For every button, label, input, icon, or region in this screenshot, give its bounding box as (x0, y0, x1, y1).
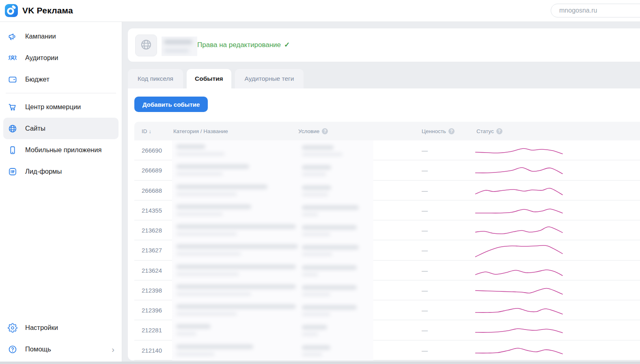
tab-events[interactable]: События (187, 69, 231, 88)
redacted-text (302, 153, 343, 156)
redacted-text (176, 272, 239, 276)
gear-icon (7, 323, 18, 333)
event-value: — (422, 320, 428, 340)
redacted-text (302, 233, 330, 236)
redacted-text (176, 352, 215, 356)
redacted-text (176, 212, 223, 216)
redacted-text (176, 205, 251, 209)
redacted-text (176, 244, 298, 249)
redacted-text (302, 165, 331, 170)
megaphone-icon (7, 31, 18, 42)
column-category-name: Категория / Название (173, 122, 228, 140)
redacted-text (302, 252, 332, 256)
pixel-header-card: Права на редактирование✓ (128, 28, 640, 62)
sidebar-item-мобильные-приложения[interactable]: Мобильные приложения (3, 139, 119, 161)
sidebar-item-label: Мобильные приложения (25, 146, 101, 154)
redacted-text (176, 345, 253, 349)
event-id[interactable]: 212396 (142, 300, 162, 320)
status-sparkline (475, 302, 565, 319)
lead-forms-icon (7, 166, 18, 177)
events-table: ID↓ Категория / Название Условие? Ценнос… (134, 122, 640, 360)
status-sparkline (475, 262, 565, 280)
help-icon[interactable]: ? (448, 128, 455, 134)
redacted-text (176, 232, 237, 236)
redacted-text (176, 312, 237, 316)
redacted-text (176, 284, 296, 289)
vk-ads-logo-icon (5, 4, 18, 17)
search-input[interactable] (551, 4, 640, 17)
event-id[interactable]: 214355 (142, 200, 162, 220)
sidebar-item-label: Аудитории (25, 54, 58, 62)
edit-rights-status: Права на редактирование✓ (197, 41, 290, 49)
sidebar-item-настройки[interactable]: Настройки (3, 317, 119, 338)
redacted-text (176, 332, 196, 336)
event-id[interactable]: 212140 (142, 340, 162, 360)
tab-pixel-code[interactable]: Код пикселя (128, 69, 183, 88)
topbar: VK Реклама (0, 0, 640, 22)
event-id[interactable]: 266688 (142, 181, 162, 200)
redacted-text (302, 205, 359, 210)
redacted-text (302, 312, 330, 316)
status-sparkline (475, 342, 565, 360)
event-id[interactable]: 266690 (142, 140, 162, 160)
sidebar-item-label: Сайты (25, 125, 45, 132)
sidebar-item-label: Кампании (25, 32, 56, 40)
horizontal-scrollbar[interactable] (0, 362, 640, 364)
sidebar-nav: Кампании Аудитории Бюджет Центр коммерци… (0, 22, 122, 182)
sidebar-item-label: Настройки (25, 324, 58, 332)
event-id[interactable]: 266689 (142, 160, 162, 180)
event-id[interactable]: 213624 (142, 261, 162, 280)
redacted-text (302, 185, 331, 190)
event-value: — (422, 181, 428, 200)
cart-icon (7, 102, 18, 112)
help-icon[interactable]: ? (496, 128, 502, 134)
pixel-tabs: Код пикселя События Аудиторные теги (128, 69, 304, 88)
sidebar-item-аудитории[interactable]: Аудитории (3, 47, 119, 69)
status-sparkline (475, 321, 565, 339)
app-title: VK Реклама (22, 6, 73, 15)
site-avatar (135, 34, 157, 56)
status-sparkline (475, 202, 565, 220)
redacted-text (302, 305, 357, 310)
redacted-columns-overlay (172, 140, 373, 360)
status-sparkline (475, 162, 565, 179)
redacted-text (302, 193, 328, 196)
event-value: — (422, 280, 428, 300)
redacted-text (176, 192, 237, 196)
sidebar-item-сайты[interactable]: Сайты (3, 118, 119, 139)
sidebar-item-центр-коммерции[interactable]: Центр коммерции (3, 96, 119, 118)
redacted-text (176, 304, 296, 309)
redacted-text (302, 172, 326, 176)
add-event-button[interactable]: Добавить событие (134, 97, 208, 112)
sidebar-item-кампании[interactable]: Кампании (3, 26, 119, 47)
tab-audience-tags[interactable]: Аудиторные теги (235, 69, 304, 88)
sidebar-item-label: Помощь (25, 345, 51, 353)
app-logo[interactable]: VK Реклама (5, 4, 73, 17)
globe-icon (140, 38, 153, 53)
redacted-text (302, 325, 327, 330)
redacted-text (176, 324, 211, 329)
event-id[interactable]: 213628 (142, 220, 162, 240)
sidebar-item-label: Лид-формы (25, 168, 62, 175)
smartphone-icon (7, 145, 18, 155)
event-value: — (422, 340, 428, 360)
column-id[interactable]: ID↓ (142, 122, 151, 140)
redacted-text (302, 225, 357, 230)
event-id[interactable]: 213627 (142, 240, 162, 260)
status-sparkline (475, 282, 565, 299)
sidebar-item-помощь[interactable]: Помощь › (3, 338, 119, 360)
sidebar: Кампании Аудитории Бюджет Центр коммерци… (0, 22, 122, 362)
redacted-text (302, 353, 322, 356)
help-icon[interactable]: ? (322, 128, 328, 134)
sidebar-item-бюджет[interactable]: Бюджет (3, 69, 119, 90)
sidebar-item-лид-формы[interactable]: Лид-формы (3, 161, 119, 182)
event-value: — (422, 160, 428, 180)
sidebar-item-label: Центр коммерции (25, 103, 81, 111)
event-id[interactable]: 212398 (142, 280, 162, 300)
event-value: — (422, 261, 428, 280)
redacted-text (176, 265, 296, 269)
column-value: Ценность? (422, 122, 455, 140)
events-panel: Добавить событие ID↓ Категория / Названи… (128, 88, 640, 360)
sidebar-divider (6, 93, 116, 93)
event-id[interactable]: 212281 (142, 320, 162, 340)
